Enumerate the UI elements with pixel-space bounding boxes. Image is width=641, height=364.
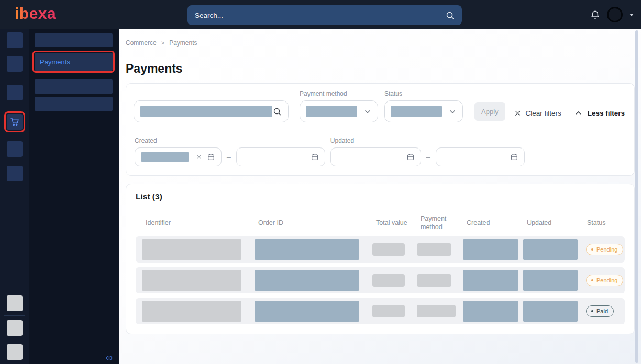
rail-divider bbox=[4, 290, 25, 290]
rail-item-3[interactable] bbox=[7, 85, 23, 100]
vertical-divider bbox=[565, 95, 565, 118]
updated-from-input[interactable] bbox=[330, 147, 421, 166]
range-dash: – bbox=[426, 153, 430, 161]
calendar-icon[interactable] bbox=[510, 153, 518, 161]
payment-method-label: Payment method bbox=[300, 90, 378, 97]
redacted-total-value bbox=[372, 243, 405, 256]
rail-item-1[interactable] bbox=[7, 32, 23, 48]
breadcrumb: Commerce > Payments bbox=[126, 39, 635, 47]
search-icon bbox=[446, 11, 455, 20]
rail-bottom-item-2[interactable] bbox=[7, 320, 23, 336]
redacted-identifier bbox=[142, 301, 241, 322]
redacted-total-value bbox=[372, 305, 405, 317]
table-header: Identifier Order ID Total value Payment … bbox=[136, 209, 625, 236]
created-range-group: Created – bbox=[135, 137, 325, 166]
filters-row-1: Payment method Status bbox=[126, 84, 634, 130]
payments-list-panel: List (3) Identifier Order ID Total value… bbox=[126, 184, 635, 334]
rail-item-6[interactable] bbox=[7, 166, 23, 181]
app-window: ibexa Search... bbox=[0, 0, 641, 364]
caret-down-icon[interactable] bbox=[629, 14, 634, 16]
filter-search-input[interactable] bbox=[134, 100, 289, 122]
col-payment-method: Payment method bbox=[417, 214, 463, 232]
clear-filters-button[interactable]: Clear filters bbox=[514, 109, 561, 117]
created-to-input[interactable] bbox=[236, 147, 325, 166]
rail-divider bbox=[4, 315, 25, 316]
redacted-date-value bbox=[141, 152, 189, 162]
redacted-order-id bbox=[255, 239, 359, 260]
sidenav-item-4[interactable] bbox=[35, 97, 113, 111]
page-title: Payments bbox=[126, 62, 635, 76]
chevron-up-icon bbox=[574, 109, 582, 117]
chevron-down-icon bbox=[363, 107, 372, 116]
rail-bottom-item-3[interactable] bbox=[7, 344, 23, 360]
ibexa-logo[interactable]: ibexa bbox=[15, 5, 56, 22]
rail-item-2[interactable] bbox=[7, 56, 23, 72]
created-from-input[interactable] bbox=[135, 147, 222, 166]
redacted-select-value bbox=[391, 106, 442, 117]
redacted-updated bbox=[523, 301, 578, 322]
global-search-input[interactable]: Search... bbox=[187, 5, 462, 25]
col-created: Created bbox=[463, 219, 523, 227]
filters-panel: Payment method Status bbox=[126, 83, 635, 176]
col-identifier: Identifier bbox=[142, 219, 255, 227]
apply-button[interactable]: Apply bbox=[474, 102, 505, 121]
sidenav-item-1[interactable] bbox=[35, 33, 113, 47]
redacted-select-value bbox=[306, 106, 357, 117]
updated-to-input[interactable] bbox=[436, 147, 525, 166]
cart-icon bbox=[9, 117, 20, 127]
updated-range-group: Updated – bbox=[330, 137, 525, 166]
filters-row-2: Created – bbox=[126, 130, 634, 175]
breadcrumb-payments: Payments bbox=[169, 39, 197, 47]
created-label: Created bbox=[135, 137, 325, 144]
status-badge: Pending bbox=[586, 244, 623, 255]
redacted-created bbox=[463, 239, 518, 260]
table-row[interactable]: Pending bbox=[136, 267, 625, 293]
calendar-icon[interactable] bbox=[311, 153, 319, 161]
commerce-sidenav: Payments bbox=[29, 29, 119, 364]
x-icon bbox=[514, 109, 522, 117]
main-content: Commerce > Payments Payments Payment bbox=[119, 29, 641, 364]
redacted-updated bbox=[523, 239, 578, 260]
calendar-icon[interactable] bbox=[406, 153, 415, 161]
rail-bottom-group bbox=[0, 290, 29, 364]
breadcrumb-separator: > bbox=[161, 40, 164, 46]
status-field: Status bbox=[384, 90, 463, 122]
less-filters-button[interactable]: Less filters bbox=[574, 109, 625, 117]
rail-item-commerce[interactable] bbox=[7, 114, 23, 130]
global-search-placeholder: Search... bbox=[195, 12, 446, 19]
breadcrumb-commerce[interactable]: Commerce bbox=[126, 39, 157, 47]
sidenav-item-3[interactable] bbox=[35, 79, 113, 94]
chevron-down-icon bbox=[448, 107, 457, 116]
table-row[interactable]: Pending bbox=[136, 236, 625, 263]
notifications-button[interactable] bbox=[590, 10, 600, 20]
topbar: ibexa Search... bbox=[0, 0, 641, 29]
status-label: Status bbox=[384, 90, 463, 97]
redacted-payment-method bbox=[417, 274, 451, 287]
payment-method-select[interactable] bbox=[300, 100, 378, 122]
clear-date-icon[interactable] bbox=[196, 154, 202, 160]
search-icon bbox=[273, 107, 282, 116]
redacted-updated bbox=[523, 270, 578, 291]
collapse-icon bbox=[105, 354, 113, 362]
status-badge: Pending bbox=[586, 275, 623, 286]
rail-item-5[interactable] bbox=[7, 141, 23, 157]
user-avatar[interactable] bbox=[607, 7, 623, 22]
sidenav-item-payments[interactable]: Payments bbox=[35, 53, 113, 71]
status-select[interactable] bbox=[384, 100, 463, 122]
rail-bottom-item-1[interactable] bbox=[7, 295, 23, 311]
redacted-payment-method bbox=[417, 243, 451, 256]
payment-method-field: Payment method bbox=[300, 90, 378, 122]
redacted-order-id bbox=[255, 270, 359, 291]
redacted-payment-method bbox=[417, 305, 456, 317]
redacted-created bbox=[463, 270, 518, 291]
app-body: Payments Commerce > Payments Payments bbox=[0, 29, 641, 364]
col-updated: Updated bbox=[523, 219, 583, 227]
sidenav-collapse-button[interactable] bbox=[105, 354, 113, 362]
updated-label: Updated bbox=[330, 137, 525, 144]
col-order-id: Order ID bbox=[255, 219, 372, 227]
range-dash: – bbox=[227, 153, 231, 161]
calendar-icon[interactable] bbox=[207, 153, 215, 161]
less-filters-label: Less filters bbox=[588, 109, 625, 117]
scrollbar[interactable] bbox=[635, 30, 638, 363]
table-row[interactable]: Paid bbox=[136, 298, 625, 324]
